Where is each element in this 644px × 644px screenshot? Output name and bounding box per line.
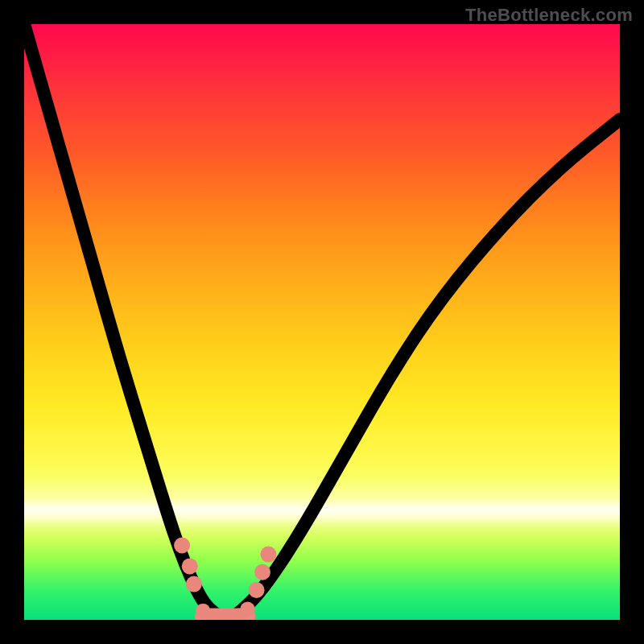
curve-marker — [249, 582, 265, 598]
curve-marker — [219, 609, 234, 620]
curve-marker — [182, 558, 198, 574]
curve-marker — [260, 547, 276, 563]
curve-marker — [174, 538, 190, 554]
curve-marker — [196, 604, 211, 619]
curve-marker — [231, 609, 246, 620]
marker-layer — [174, 538, 276, 620]
curve-marker — [208, 609, 223, 620]
highlight-band — [24, 497, 620, 524]
chart-plot-area — [24, 24, 620, 620]
curve-layer — [24, 24, 620, 620]
bottleneck-curve — [24, 24, 620, 618]
curve-marker — [186, 576, 202, 592]
curve-marker — [240, 601, 255, 617]
chart-stage: TheBottleneck.com — [0, 0, 644, 644]
curve-marker — [254, 564, 270, 580]
watermark-text: TheBottleneck.com — [465, 5, 633, 26]
